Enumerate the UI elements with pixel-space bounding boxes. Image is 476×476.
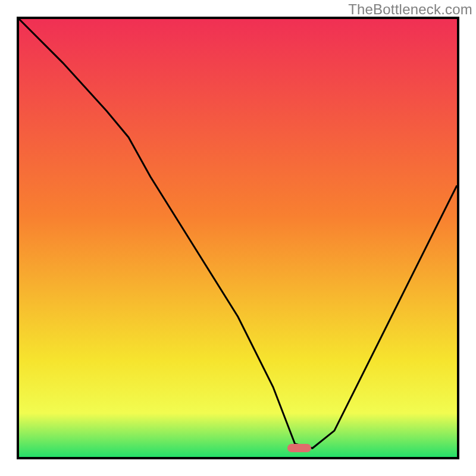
bottleneck-curve <box>19 19 457 457</box>
optimal-marker <box>287 444 311 452</box>
chart-wrapper: TheBottleneck.com <box>0 0 476 476</box>
watermark-text: TheBottleneck.com <box>348 1 472 18</box>
plot-frame <box>17 17 459 459</box>
